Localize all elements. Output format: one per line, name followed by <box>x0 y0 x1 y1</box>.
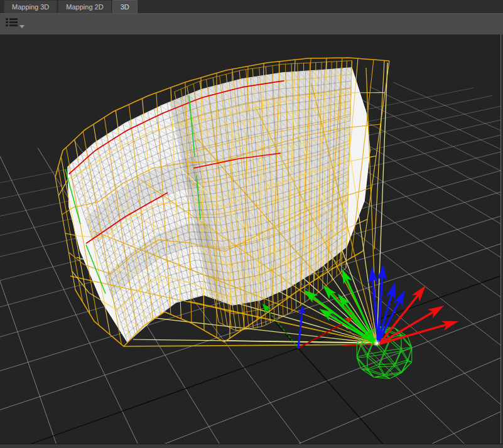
bottom-strip <box>0 444 503 447</box>
tab-bar: Mapping 3D Mapping 2D 3D <box>0 0 503 13</box>
view-options-menu-button[interactable] <box>6 14 24 34</box>
scene-canvas <box>0 35 500 444</box>
tab-3d[interactable]: 3D <box>112 0 138 13</box>
projector-orientation-arrows[interactable] <box>303 264 458 346</box>
tab-mapping-3d[interactable]: Mapping 3D <box>4 0 57 13</box>
main-area <box>0 35 503 444</box>
application-window: Mapping 3D Mapping 2D 3D <box>0 0 503 448</box>
viewport-3d[interactable] <box>0 35 501 444</box>
tab-mapping-2d[interactable]: Mapping 2D <box>58 0 111 13</box>
screen-shading <box>86 59 352 316</box>
viewport-toolbar <box>0 13 503 35</box>
chevron-down-icon <box>19 25 24 28</box>
projector-sphere-wireframe[interactable] <box>357 327 412 379</box>
list-icon <box>6 18 18 28</box>
